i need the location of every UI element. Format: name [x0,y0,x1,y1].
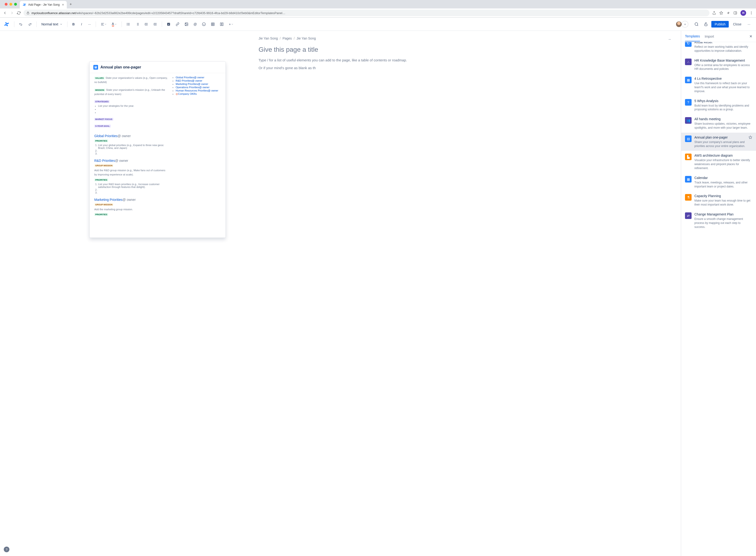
template-item[interactable]: 👥All hands meetingShare business updates… [681,114,756,133]
breadcrumb-pages[interactable]: Pages [282,36,292,40]
panel-tabs: Templates Import × [681,31,756,42]
page-title-input[interactable]: Give this page a title [259,46,422,54]
priorities-badge: PRIORITIES [94,178,108,181]
svg-point-9 [127,23,127,23]
template-icon: ⛬ [685,59,691,65]
favorite-star-icon[interactable] [749,136,752,139]
image-button[interactable] [183,21,190,28]
window-minimize[interactable] [9,3,12,6]
page-width-toggle[interactable]: ↔ [668,37,671,41]
template-icon: ▦ [685,176,691,182]
table-button[interactable] [209,21,217,28]
template-title: 4 Ls Retrospective [694,77,752,80]
template-item[interactable]: ⛬HR Knowledge Base ManagementOffer a cen… [681,56,756,74]
template-item[interactable]: ▙AWS architecture diagramVisualize your … [681,151,756,173]
align-button[interactable] [99,21,109,28]
add-collaborator-button[interactable]: + [682,21,688,28]
svg-point-27 [202,23,205,26]
mention-button[interactable]: @ [192,21,199,28]
more-actions-button[interactable]: ··· [746,21,752,28]
close-button[interactable]: Close [730,21,744,28]
confluence-logo-icon[interactable] [4,22,9,27]
new-tab-button[interactable]: + [70,2,72,6]
redo-button[interactable] [26,21,34,28]
layout-button[interactable] [218,21,225,28]
publish-button[interactable]: Publish [711,21,729,28]
text-style-select[interactable]: Normal text [39,22,65,27]
bold-button[interactable]: B [70,21,77,28]
template-item[interactable]: ▦CalendarTrack leave, meetings, releases… [681,173,756,192]
breadcrumb-separator: / [280,36,281,40]
template-item[interactable]: ⚗Capacity PlanningMake sure your team ha… [681,191,756,210]
breadcrumb-current[interactable]: Jie Yan Song [296,36,316,40]
editor-hint-2: Or if your mind's gone as blank as th [259,66,422,70]
template-item[interactable]: ▦4 Ls RetrospectiveUse this framework to… [681,74,756,96]
target-icon: ◎ [176,93,178,95]
share-icon[interactable] [712,11,716,15]
rd-mission: Add the R&D group mission (e.g., Make fa… [94,168,168,177]
text-style-label: Normal text [41,22,58,26]
list-item-empty [98,149,168,152]
preview-header: Annual plan one-pager [89,62,225,73]
italic-button[interactable]: I [78,21,85,28]
template-item[interactable]: ⇄Change Management PlanEnsure a smooth c… [681,210,756,232]
help-button[interactable]: ? [4,547,9,552]
template-icon: ? [685,99,691,106]
window-close[interactable] [5,3,7,6]
link-button[interactable] [174,21,181,28]
group-mission-badge: GROUP MISSION [94,203,113,206]
browser-menu-icon[interactable] [749,11,753,15]
panel-close-button[interactable]: × [749,34,752,39]
editor-hint-1: Type / for a list of useful elements you… [259,58,422,62]
svg-rect-1 [734,12,737,14]
divider [162,22,162,27]
template-description: Use this framework to reflect back on yo… [694,81,752,93]
preview-template-icon [93,65,98,70]
svg-rect-38 [95,67,97,67]
template-title: Ritual Reset [694,42,752,44]
extensions-icon[interactable] [726,11,730,15]
breadcrumb-space[interactable]: Jie Yan Song [259,36,278,40]
user-avatar[interactable] [676,21,682,28]
more-format-button[interactable]: ··· [86,21,93,28]
template-title: 5 Whys Analysis [694,99,752,103]
reload-button[interactable] [17,11,21,15]
template-item[interactable]: ↻Ritual ResetReflect on team working hab… [681,42,756,56]
bullet-list-button[interactable] [124,21,132,28]
template-preview-popover: Annual plan one-pager VALUESState your o… [89,61,226,238]
template-icon: ▙ [685,153,691,160]
window-maximize[interactable] [14,3,17,6]
emoji-button[interactable] [200,21,208,28]
template-item[interactable]: ?5 Whys AnalysisBuild team trust by iden… [681,96,756,114]
sidepanel-icon[interactable] [733,11,737,15]
market-focus-badge: MARKET FOCUS [94,118,113,120]
text-color-button[interactable]: A [110,21,119,28]
browser-tab-bar: Add Page - Jie Yan Song × + [0,0,756,8]
number-list-button[interactable] [134,21,141,28]
svg-rect-32 [220,23,221,26]
breadcrumb-separator: / [294,36,295,40]
template-description: Ensure a smooth change management proces… [694,217,752,229]
action-item-button[interactable] [165,21,172,28]
browser-chrome: Add Page - Jie Yan Song × + mycloudconfl… [0,0,756,18]
outdent-button[interactable] [143,21,150,28]
browser-tab[interactable]: Add Page - Jie Yan Song × [20,1,67,8]
forward-button[interactable] [10,11,14,15]
insert-more-button[interactable]: + [227,21,236,28]
tab-close-icon[interactable]: × [62,3,64,7]
indent-button[interactable] [151,21,159,28]
template-list[interactable]: ↻Ritual ResetReflect on team working hab… [681,42,756,556]
priorities-badge: PRIORITIES [94,139,108,142]
undo-button[interactable] [17,21,25,28]
template-item[interactable]: ▤Annual plan one-pagerShare your company… [681,133,756,151]
svg-point-3 [751,11,752,12]
tab-import[interactable]: Import [705,32,714,41]
restrictions-button[interactable] [702,21,710,28]
search-button[interactable] [692,21,700,28]
back-button[interactable] [3,11,7,15]
url-field[interactable]: mycloudconfluence.atlassian.net/wiki/spa… [24,10,710,16]
profile-badge[interactable]: H [741,10,746,16]
bookmark-icon[interactable] [719,11,723,15]
tab-templates[interactable]: Templates [685,32,700,41]
template-description: Build team trust by identifying problems… [694,104,752,112]
